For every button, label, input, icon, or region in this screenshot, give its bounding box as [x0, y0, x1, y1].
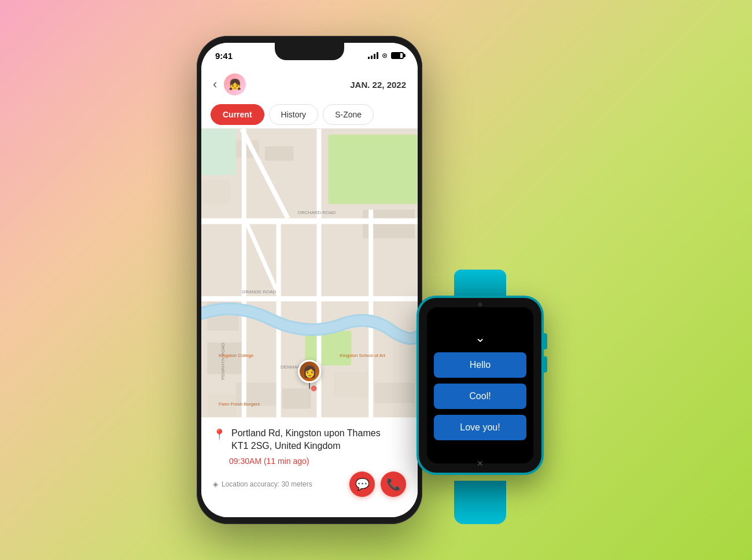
- map-area[interactable]: ORCHARD ROAD GRANDE ROAD PENRHYN ROAD DE…: [201, 128, 418, 464]
- svg-rect-18: [242, 129, 246, 463]
- call-button[interactable]: 📞: [381, 471, 406, 497]
- accuracy-text: ◈ Location accuracy: 30 meters: [213, 480, 312, 488]
- status-icons: ⊛: [368, 51, 404, 60]
- watch-case: ⌄ Hello Cool! Love you! ✕: [416, 296, 544, 475]
- svg-rect-9: [282, 389, 311, 409]
- location-row: 📍 Portland Rd, Kingston upon Thames KT1 …: [213, 427, 406, 453]
- watch-band-bottom: [454, 481, 506, 524]
- tab-current[interactable]: Current: [211, 104, 264, 125]
- location-address-line2: KT1 2SG, United Kingdom: [231, 440, 381, 452]
- watch-camera-dot: [478, 303, 482, 307]
- location-marker: 👩: [298, 360, 321, 389]
- watch-chevron-icon: ⌄: [475, 330, 485, 345]
- marker-avatar: 👩: [298, 360, 321, 383]
- accuracy-row: ◈ Location accuracy: 30 meters 💬 📞: [213, 471, 406, 497]
- status-time: 9:41: [215, 51, 233, 61]
- svg-text:Kingston School of Art: Kingston School of Art: [340, 353, 385, 358]
- svg-rect-16: [201, 296, 418, 301]
- watch-screen: ⌄ Hello Cool! Love you!: [427, 307, 533, 463]
- wifi-icon: ⊛: [382, 51, 388, 60]
- call-icon: 📞: [386, 477, 401, 491]
- watch-wrapper: ⌄ Hello Cool! Love you! ✕: [405, 270, 555, 524]
- tab-history[interactable]: History: [269, 104, 319, 125]
- watch-side-button-bottom[interactable]: [543, 356, 547, 373]
- svg-text:PENRHYN ROAD: PENRHYN ROAD: [220, 342, 226, 380]
- location-address-line1: Portland Rd, Kingston upon Thames: [231, 427, 381, 440]
- svg-text:Farm Fresh Burgers: Farm Fresh Burgers: [219, 401, 260, 407]
- svg-rect-1: [328, 135, 418, 204]
- bottom-panel: 📍 Portland Rd, Kingston upon Thames KT1 …: [201, 418, 418, 517]
- watch-cool-button[interactable]: Cool!: [434, 384, 526, 409]
- svg-rect-10: [334, 371, 368, 397]
- svg-text:Kingston College: Kingston College: [219, 353, 254, 358]
- location-time: 09:30AM (11 min ago): [229, 456, 406, 466]
- svg-rect-5: [265, 146, 294, 161]
- chat-button[interactable]: 💬: [349, 471, 375, 497]
- svg-rect-19: [316, 129, 321, 463]
- svg-rect-15: [201, 218, 418, 224]
- svg-rect-2: [201, 129, 236, 175]
- battery-icon: [391, 52, 404, 59]
- phone-device: 9:41 ⊛: [197, 36, 422, 524]
- watch-side-button-top[interactable]: [543, 333, 547, 349]
- signal-icon: [368, 52, 378, 59]
- phone-notch: [275, 43, 344, 60]
- watch-hello-button[interactable]: Hello: [434, 352, 526, 378]
- watch-loveyou-button[interactable]: Love you!: [434, 415, 526, 440]
- action-buttons: 💬 📞: [349, 471, 406, 497]
- svg-text:GRANDE ROAD: GRANDE ROAD: [242, 289, 277, 294]
- app-header: ‹ 👧 JAN. 22, 2022: [201, 68, 418, 101]
- phone-wrapper: 9:41 ⊛: [197, 36, 422, 524]
- header-left: ‹ 👧: [213, 73, 246, 95]
- watch-bezel: ⌄ Hello Cool! Love you! ✕: [419, 298, 541, 473]
- chat-icon: 💬: [355, 477, 370, 491]
- phone-screen: 9:41 ⊛: [201, 43, 418, 517]
- header-date: JAN. 22, 2022: [350, 80, 406, 90]
- tab-szone[interactable]: S-Zone: [323, 104, 374, 125]
- watch-x-button[interactable]: ✕: [477, 459, 484, 468]
- scene: 9:41 ⊛: [197, 36, 555, 524]
- pin-icon: 📍: [213, 428, 226, 441]
- avatar: 👧: [224, 73, 246, 95]
- accuracy-label: Location accuracy: 30 meters: [222, 480, 312, 488]
- back-button[interactable]: ‹: [213, 77, 217, 92]
- svg-rect-6: [201, 181, 230, 204]
- svg-text:ORCHARD ROAD: ORCHARD ROAD: [298, 210, 336, 215]
- tabs-bar: Current History S-Zone: [201, 101, 418, 128]
- accuracy-icon: ◈: [213, 480, 218, 488]
